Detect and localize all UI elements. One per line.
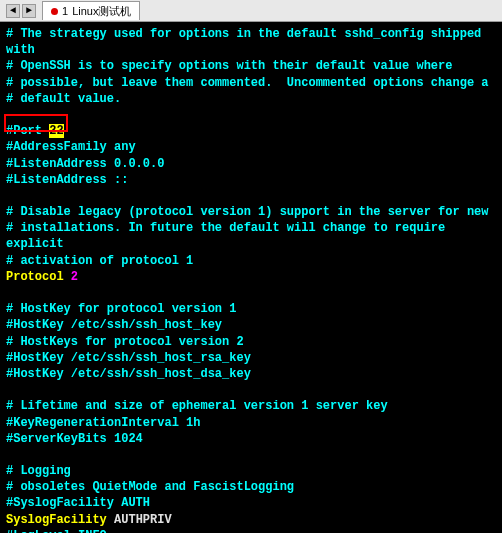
config-line: # Lifetime and size of ephemeral version… (6, 398, 496, 414)
port-value-highlight: 22 (49, 124, 63, 138)
config-line: #HostKey /etc/ssh/ssh_host_dsa_key (6, 366, 496, 382)
terminal-viewport[interactable]: # The strategy used for options in the d… (0, 22, 502, 533)
syslog-value: AUTHPRIV (114, 513, 172, 527)
tab-prev-button[interactable]: ◄ (6, 4, 20, 18)
config-line: #ListenAddress 0.0.0.0 (6, 156, 496, 172)
config-line: # Logging (6, 463, 496, 479)
tab-number: 1 (62, 5, 68, 17)
config-line: # Disable legacy (protocol version 1) su… (6, 204, 496, 220)
config-line: # The strategy used for options in the d… (6, 26, 496, 58)
tab-label: Linux测试机 (72, 4, 131, 19)
config-line: # installations. In future the default w… (6, 220, 496, 252)
config-line: # HostKey for protocol version 1 (6, 301, 496, 317)
blank-line (6, 382, 496, 398)
blank-line (6, 285, 496, 301)
protocol-line: Protocol 2 (6, 269, 496, 285)
config-line: #HostKey /etc/ssh/ssh_host_key (6, 317, 496, 333)
protocol-value: 2 (71, 270, 78, 284)
config-line: #KeyRegenerationInterval 1h (6, 415, 496, 431)
tab-bar: ◄ ► 1 Linux测试机 (0, 0, 502, 22)
config-line: # activation of protocol 1 (6, 253, 496, 269)
tab-next-button[interactable]: ► (22, 4, 36, 18)
config-line: # obsoletes QuietMode and FascistLogging (6, 479, 496, 495)
status-dot-icon (51, 8, 58, 15)
config-line: #ListenAddress :: (6, 172, 496, 188)
config-line: #ServerKeyBits 1024 (6, 431, 496, 447)
blank-line (6, 107, 496, 123)
config-line: #SyslogFacility AUTH (6, 495, 496, 511)
syslog-line: SyslogFacility AUTHPRIV (6, 512, 496, 528)
config-line: # OpenSSH is to specify options with the… (6, 58, 496, 74)
config-line: # default value. (6, 91, 496, 107)
tab-controls: ◄ ► (6, 4, 36, 18)
blank-line (6, 188, 496, 204)
tab-linux-test[interactable]: 1 Linux测试机 (42, 1, 140, 20)
config-line: # HostKeys for protocol version 2 (6, 334, 496, 350)
port-label: #Port (6, 124, 49, 138)
protocol-key: Protocol (6, 270, 64, 284)
config-line: # possible, but leave them commented. Un… (6, 75, 496, 91)
config-line: #AddressFamily any (6, 139, 496, 155)
syslog-key: SyslogFacility (6, 513, 107, 527)
config-line: #HostKey /etc/ssh/ssh_host_rsa_key (6, 350, 496, 366)
port-line: #Port 22 (6, 123, 496, 139)
blank-line (6, 447, 496, 463)
